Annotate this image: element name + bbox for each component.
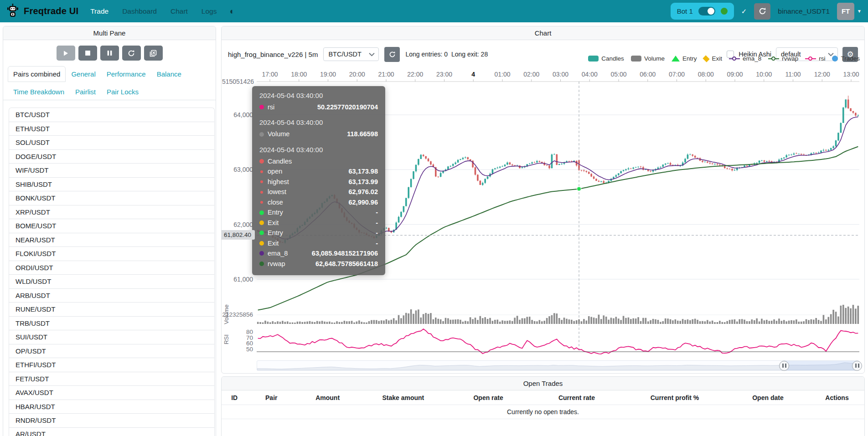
pair-item-floki-usdt[interactable]: FLOKI/USDT [9,246,215,261]
bot-toggle[interactable] [698,7,715,15]
bot-name: Bot 1 [677,7,693,15]
nav-link-chart[interactable]: Chart [170,7,188,15]
svg-text:09:00: 09:00 [727,71,743,78]
series-dot-icon [260,201,263,204]
legend-item-entry[interactable]: Entry [672,55,697,62]
pair-item-bome-usdt[interactable]: BOME/USDT [9,219,215,233]
svg-text:RSI: RSI [223,334,230,344]
tab-general[interactable]: General [66,66,101,82]
pair-item-rndr-usdt[interactable]: RNDR/USDT [9,413,215,427]
legend-item-exit[interactable]: Exit [703,55,722,62]
svg-text:13:00: 13:00 [843,71,859,78]
pair-select[interactable]: BTC/USDT [323,47,379,61]
legend-item-ema_8[interactable]: ema_8 [729,55,761,62]
clear-plots-button[interactable] [144,46,163,61]
play-button[interactable] [57,46,75,61]
pair-item-near-usdt[interactable]: NEAR/USDT [9,233,215,247]
svg-text:04:00: 04:00 [582,71,598,78]
series-dot-icon [259,241,264,246]
svg-text:19:00: 19:00 [320,71,336,78]
pair-item-rune-usdt[interactable]: RUNE/USDT [9,302,215,316]
series-dot-icon [259,132,264,137]
pair-item-shib-usdt[interactable]: SHIB/USDT [9,177,215,191]
pair-item-xrp-usdt[interactable]: XRP/USDT [9,205,215,219]
pair-item-arb-usdt[interactable]: ARB/USDT [9,288,215,303]
legend-item-volume[interactable]: Volume [631,55,665,62]
datazoom-left-handle[interactable] [779,361,789,371]
nav-link-logs[interactable]: Logs [202,7,217,15]
global-refresh-button[interactable] [754,3,770,20]
legend-item-rsi[interactable]: rsi [805,55,825,62]
trades-col-current-profit: Current profit % [623,394,726,401]
nav-link-dashboard[interactable]: Dashboard [122,7,157,15]
pair-item-op-usdt[interactable]: OP/USDT [9,344,215,358]
multi-pane-panel: Multi Pane Pairs combinedGeneralPerforma… [3,26,216,436]
svg-text:64,000: 64,000 [233,111,253,118]
pair-item-wld-usdt[interactable]: WLD/USDT [9,274,215,288]
trades-col-actions: Actions [810,394,864,401]
pair-list: BTC/USDTETH/USDTSOL/USDTDOGE/USDTWIF/USD… [9,108,215,436]
main-nav: TradeDashboardChartLogs [90,7,217,15]
pair-item-ethfi-usdt[interactable]: ETHFI/USDT [9,358,215,372]
pair-item-hbar-usdt[interactable]: HBAR/USDT [9,400,215,414]
volume-marker-icon [631,56,641,62]
brand[interactable]: Freqtrade UI [6,4,78,19]
pair-item-fet-usdt[interactable]: FET/USDT [9,372,215,386]
svg-text:50: 50 [246,346,253,353]
pair-item-ordi-usdt[interactable]: ORDI/USDT [9,261,215,275]
multi-pane-tabs: Pairs combinedGeneralPerformanceBalanceT… [3,66,216,100]
svg-text:62,000: 62,000 [233,221,253,228]
tab-pairs-combined[interactable]: Pairs combined [8,66,66,82]
svg-text:Volume: Volume [223,304,230,324]
svg-text:18:00: 18:00 [291,71,307,78]
svg-text:01:00: 01:00 [494,71,510,78]
pair-item-sol-usdt[interactable]: SOL/USDT [9,135,215,149]
pair-item-avax-usdt[interactable]: AVAX/USDT [9,385,215,400]
nav-link-trade[interactable]: Trade [90,7,108,15]
pair-item-trb-usdt[interactable]: TRB/USDT [9,316,215,330]
chart-refresh-button[interactable] [384,47,400,62]
pause-button[interactable] [100,46,119,61]
avatar[interactable]: FT [837,3,854,20]
tab-balance[interactable]: Balance [151,66,187,82]
pair-item-btc-usdt[interactable]: BTC/USDT [9,108,215,122]
entry-marker-icon [672,56,680,62]
svg-text:20:00: 20:00 [349,71,365,78]
caret-down-icon: ▼ [857,9,862,14]
chevron-down-icon [369,51,375,58]
legend-item-trades[interactable]: Trades [832,55,860,62]
pair-item-bonk-usdt[interactable]: BONK/USDT [9,191,215,205]
tab-performance[interactable]: Performance [101,66,151,82]
datazoom-right-handle[interactable] [852,361,862,371]
tab-pair-locks[interactable]: Pair Locks [101,84,144,100]
user-menu[interactable]: FT ▼ [837,3,862,20]
datazoom-slider[interactable] [257,360,859,371]
tooltip-row-candles: Candles [259,156,378,166]
clear-plots-icon [150,50,157,57]
stop-button[interactable] [78,46,97,61]
pair-item-wif-usdt[interactable]: WIF/USDT [9,163,215,177]
pair-item-ar-usdt[interactable]: AR/USDT [9,427,215,436]
stop-icon [85,50,91,56]
legend-item-rvwap[interactable]: rvwap [768,55,798,62]
tooltip-row-rvwap: rvwap62,648.75785661418 [259,259,378,269]
svg-text:12:00: 12:00 [814,71,830,78]
theme-toggle-icon[interactable]: ◐ [229,6,234,16]
datazoom-selection[interactable] [784,361,857,370]
pair-item-sui-usdt[interactable]: SUI/USDT [9,330,215,344]
bot-selector[interactable]: Bot 1 [671,3,734,20]
trades-col-amount: Amount [295,394,360,401]
tab-pairlist[interactable]: Pairlist [70,84,101,100]
freqtrade-robot-logo [6,4,19,19]
pair-item-eth-usdt[interactable]: ETH/USDT [9,122,215,136]
series-dot-icon [259,210,264,215]
legend-item-candles[interactable]: Candles [588,55,624,62]
reload-button[interactable] [122,46,141,61]
trades-col-open-date: Open date [726,394,810,401]
series-dot-icon [259,105,264,109]
bot-online-dot [721,8,728,15]
pause-icon [107,50,113,56]
svg-text:21:00: 21:00 [378,71,394,78]
tab-time-breakdown[interactable]: Time Breakdown [8,84,70,100]
pair-item-doge-usdt[interactable]: DOGE/USDT [9,149,215,164]
